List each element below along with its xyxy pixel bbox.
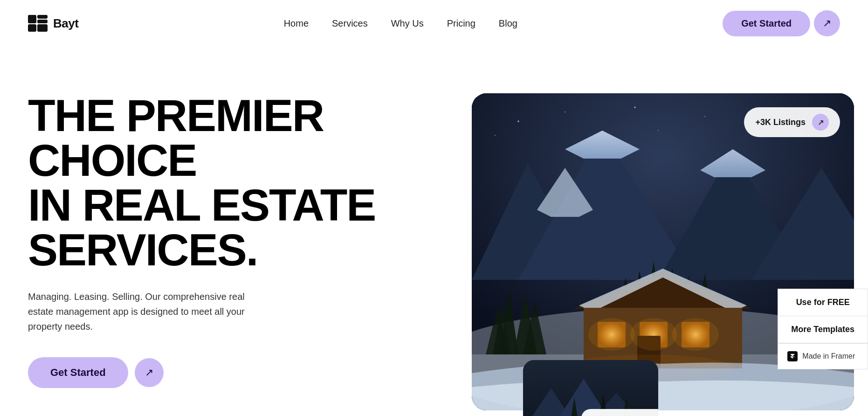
navbar: Bayt Home Services Why Us Pricing Blog G…	[0, 0, 868, 47]
headline-line3: SERVICES.	[28, 225, 257, 275]
listings-badge: +3K Listings ↗	[744, 107, 840, 137]
nav-home[interactable]: Home	[284, 18, 309, 29]
nav-pricing[interactable]: Pricing	[447, 18, 475, 29]
small-card-text: Unlock the true potential with our app.	[581, 409, 658, 416]
nav-arrow-button[interactable]: ↗	[814, 10, 840, 36]
svg-point-6	[518, 121, 519, 122]
svg-point-12	[495, 135, 496, 136]
svg-point-50	[630, 318, 677, 351]
more-templates-button[interactable]: More Templates	[778, 316, 868, 343]
nav-why-us[interactable]: Why Us	[391, 18, 424, 29]
logo-area: Bayt	[28, 15, 78, 32]
svg-point-8	[634, 107, 636, 108]
headline-line2: IN REAL ESTATE	[28, 180, 375, 230]
hero-get-started-button[interactable]: Get Started	[28, 357, 128, 388]
use-for-free-button[interactable]: Use for FREE	[778, 289, 868, 316]
svg-rect-3	[37, 20, 48, 23]
listings-badge-arrow[interactable]: ↗	[812, 114, 829, 131]
nav-get-started-button[interactable]: Get Started	[723, 11, 810, 36]
svg-rect-0	[28, 15, 36, 23]
svg-point-7	[565, 111, 565, 112]
nav-links: Home Services Why Us Pricing Blog	[284, 18, 517, 29]
svg-point-13	[658, 130, 659, 131]
hero-arrow-button[interactable]: ↗	[135, 358, 164, 387]
nav-services[interactable]: Services	[332, 18, 368, 29]
hero-headline: THE PREMIER CHOICE IN REAL ESTATE SERVIC…	[28, 93, 424, 272]
hero-subtext: Managing. Leasing. Selling. Our comprehe…	[28, 289, 261, 334]
small-scene	[523, 360, 658, 416]
nav-cta-area: Get Started ↗	[723, 10, 840, 36]
hero-arrow-icon: ↗	[145, 367, 153, 379]
svg-point-51	[672, 318, 719, 351]
svg-rect-1	[28, 24, 36, 32]
svg-point-9	[704, 116, 705, 117]
side-panel: Use for FREE More Templates Made in Fram…	[778, 289, 868, 369]
listings-badge-text: +3K Listings	[755, 118, 806, 127]
svg-rect-4	[37, 24, 48, 32]
framer-label: Made in Framer	[802, 352, 855, 361]
hero-section: THE PREMIER CHOICE IN REAL ESTATE SERVIC…	[0, 47, 868, 416]
small-image-bg: Unlock the true potential with our app.	[523, 360, 658, 416]
headline-line1: THE PREMIER CHOICE	[28, 90, 324, 185]
framer-logo-icon	[787, 351, 798, 361]
nav-arrow-icon: ↗	[823, 17, 831, 29]
svg-rect-2	[37, 15, 48, 19]
small-image-card: Unlock the true potential with our app.	[523, 360, 658, 416]
svg-point-49	[588, 318, 635, 351]
logo-icon	[28, 15, 48, 32]
logo-name: Bayt	[53, 16, 78, 31]
hero-cta-row: Get Started ↗	[28, 357, 424, 388]
framer-badge[interactable]: Made in Framer	[778, 343, 868, 369]
nav-blog[interactable]: Blog	[499, 18, 517, 29]
listings-arrow-icon: ↗	[818, 118, 824, 127]
hero-left: THE PREMIER CHOICE IN REAL ESTATE SERVIC…	[28, 65, 424, 388]
